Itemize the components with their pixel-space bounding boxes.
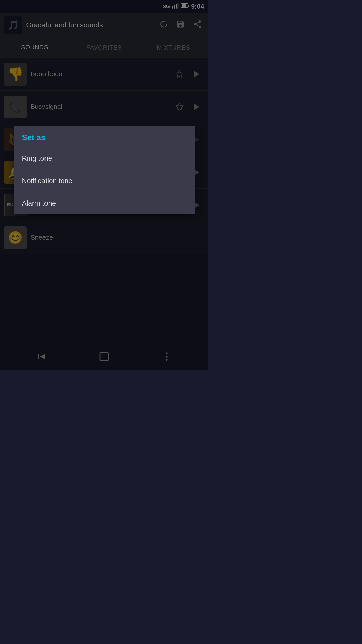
notification-tone-option[interactable]: Notification tone [14, 170, 195, 192]
set-as-dialog: Set as Ring tone Notification tone Alarm… [14, 126, 195, 214]
dialog-title: Set as [22, 133, 187, 142]
ring-tone-option[interactable]: Ring tone [14, 147, 195, 170]
dialog-header: Set as [14, 126, 195, 147]
alarm-tone-option[interactable]: Alarm tone [14, 192, 195, 214]
